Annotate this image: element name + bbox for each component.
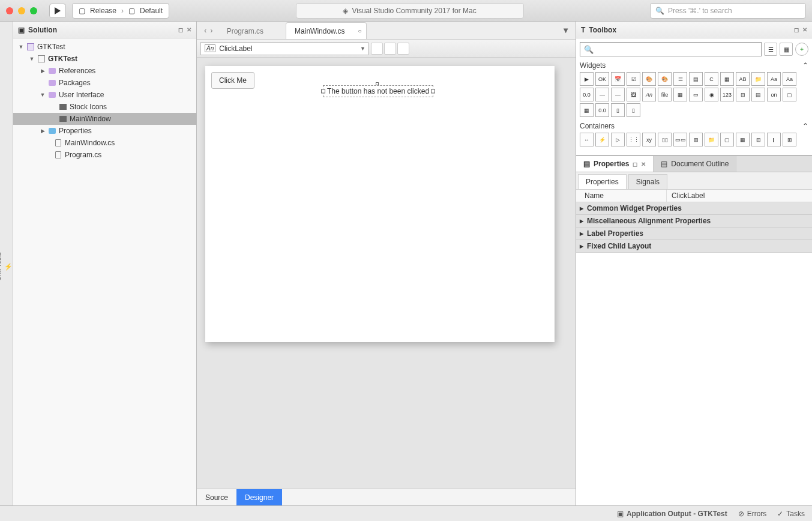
subtab-signals[interactable]: Signals: [628, 174, 667, 189]
widget-item[interactable]: file: [658, 88, 672, 101]
container-item[interactable]: ⊟: [751, 133, 765, 146]
nav-back-icon[interactable]: ‹: [204, 26, 206, 35]
prop-category-alignment[interactable]: ▶ Miscellaneous Alignment Properties: [576, 215, 812, 227]
widget-item[interactable]: —: [611, 88, 625, 101]
widget-item[interactable]: AB: [736, 72, 750, 86]
toolbox-section-containers[interactable]: Containers ⌃: [580, 122, 808, 130]
container-item[interactable]: ▢: [720, 133, 734, 146]
widget-item[interactable]: ▦: [673, 88, 687, 101]
container-item[interactable]: ⫿: [767, 133, 781, 146]
layout-btn-1[interactable]: [371, 43, 383, 55]
widget-item[interactable]: ▤: [751, 88, 765, 101]
chevron-right-icon[interactable]: ▶: [40, 68, 46, 74]
design-surface[interactable]: Click Me The button has not been clicked: [205, 66, 555, 342]
lightning-icon[interactable]: ⚡: [4, 263, 13, 271]
widget-item[interactable]: 🖼: [627, 88, 640, 101]
prop-category-label[interactable]: ▶ Label Properties: [576, 227, 812, 240]
chevron-right-icon[interactable]: ▶: [40, 128, 46, 134]
close-icon[interactable]: ✕: [802, 26, 807, 33]
global-search[interactable]: 🔍 Press '⌘.' to search: [650, 3, 806, 19]
tree-project[interactable]: ▼ GTKTest: [13, 53, 196, 65]
widget-item[interactable]: 🎨: [658, 72, 672, 86]
container-item[interactable]: 📁: [705, 133, 718, 146]
widget-item[interactable]: ⊟: [736, 88, 750, 101]
pin-icon[interactable]: ◻: [633, 161, 637, 167]
tab-overflow-icon[interactable]: ▼: [556, 26, 576, 35]
widget-item[interactable]: ▢: [783, 88, 796, 101]
view-tab-designer[interactable]: Designer: [236, 489, 282, 505]
layout-btn-3[interactable]: [397, 43, 409, 55]
container-item[interactable]: ▯▯: [658, 133, 672, 146]
toolbox-section-widgets[interactable]: Widgets ⌃: [580, 61, 808, 70]
tree-mainwindow-cs[interactable]: MainWindow.cs: [13, 137, 196, 149]
widget-item[interactable]: OK: [595, 72, 609, 86]
close-icon[interactable]: ✕: [641, 161, 646, 167]
subtab-properties[interactable]: Properties: [578, 174, 627, 189]
property-name-value[interactable]: ClickLabel: [666, 190, 812, 202]
widget-item[interactable]: 0.0: [595, 103, 609, 117]
widget-item[interactable]: ▤: [689, 72, 703, 86]
container-item[interactable]: ↔: [580, 133, 594, 146]
widget-item[interactable]: ▯: [611, 103, 625, 117]
widget-selector[interactable]: An ClickLabel ▼: [200, 42, 368, 55]
close-tab-icon[interactable]: ○: [358, 28, 361, 34]
collapse-icon[interactable]: ⌃: [802, 61, 808, 70]
tree-packages[interactable]: Packages: [13, 77, 196, 89]
widget-item[interactable]: 0.0: [580, 88, 594, 101]
widget-item[interactable]: 🎨: [642, 72, 656, 86]
toolbox-search[interactable]: 🔍: [580, 42, 762, 56]
tree-properties[interactable]: ▶ Properties: [13, 125, 196, 137]
tree-user-interface[interactable]: ▼ User Interface: [13, 89, 196, 101]
close-window-icon[interactable]: [6, 7, 13, 14]
minimize-window-icon[interactable]: [18, 7, 25, 14]
view-tab-source[interactable]: Source: [197, 489, 236, 505]
widget-item[interactable]: ▦: [720, 72, 734, 86]
designer-button-widget[interactable]: Click Me: [211, 72, 254, 89]
widget-item[interactable]: ☰: [673, 72, 687, 86]
chevron-down-icon[interactable]: ▼: [29, 56, 35, 62]
widget-item[interactable]: C: [705, 72, 718, 86]
tree-program-cs[interactable]: Program.cs: [13, 149, 196, 161]
container-item[interactable]: ⊞: [783, 133, 796, 146]
maximize-window-icon[interactable]: [30, 7, 37, 14]
widget-item[interactable]: 📁: [751, 72, 765, 86]
widget-item[interactable]: on: [767, 88, 781, 101]
container-item[interactable]: ▭▭: [673, 133, 687, 146]
gutter-unit-tests[interactable]: Unit Tests: [0, 248, 2, 285]
tree-mainwindow[interactable]: MainWindow: [13, 113, 196, 125]
pin-icon[interactable]: ◻: [794, 26, 799, 33]
build-config-selector[interactable]: ▢ Release › ▢ Default: [72, 3, 169, 19]
status-output[interactable]: ▣ Application Output - GTKTest: [617, 510, 727, 518]
nav-forward-icon[interactable]: ›: [210, 26, 212, 35]
widget-item[interactable]: 📅: [611, 72, 625, 86]
container-item[interactable]: ⋮⋮: [627, 133, 640, 146]
widget-item[interactable]: 123: [720, 88, 734, 101]
widget-item[interactable]: ▶: [580, 72, 594, 86]
pin-icon[interactable]: ◻: [178, 26, 183, 33]
collapse-icon[interactable]: ⌃: [802, 122, 808, 130]
status-tasks[interactable]: ✓ Tasks: [777, 510, 805, 518]
tab-program-cs[interactable]: Program.cs: [218, 22, 286, 39]
widget-item[interactable]: ▭: [689, 88, 703, 101]
tree-references[interactable]: ▶ References: [13, 65, 196, 77]
toolbox-view-grid-icon[interactable]: ▦: [780, 43, 793, 56]
container-item[interactable]: ▷: [611, 133, 625, 146]
widget-item[interactable]: ▦: [580, 103, 594, 117]
tab-properties[interactable]: ▤ Properties ◻ ✕: [576, 156, 654, 172]
widget-item[interactable]: —: [595, 88, 609, 101]
widget-item[interactable]: ◉: [705, 88, 718, 101]
prop-category-fixed[interactable]: ▶ Fixed Child Layout: [576, 240, 812, 253]
status-errors[interactable]: ⊘ Errors: [738, 510, 767, 518]
toolbox-add-icon[interactable]: ＋: [795, 43, 808, 56]
chevron-down-icon[interactable]: ▼: [40, 92, 46, 98]
tab-document-outline[interactable]: ▤ Document Outline: [654, 156, 736, 172]
widget-item[interactable]: Aa: [767, 72, 781, 86]
design-canvas[interactable]: Click Me The button has not been clicked: [197, 58, 576, 489]
container-item[interactable]: ▦: [736, 133, 750, 146]
designer-label-widget[interactable]: The button has not been clicked: [323, 85, 433, 97]
tree-stock-icons[interactable]: Stock Icons: [13, 101, 196, 113]
run-button[interactable]: [49, 4, 66, 18]
chevron-down-icon[interactable]: ▼: [18, 44, 24, 50]
container-item[interactable]: xy: [642, 133, 656, 146]
widget-item[interactable]: An: [642, 88, 656, 101]
